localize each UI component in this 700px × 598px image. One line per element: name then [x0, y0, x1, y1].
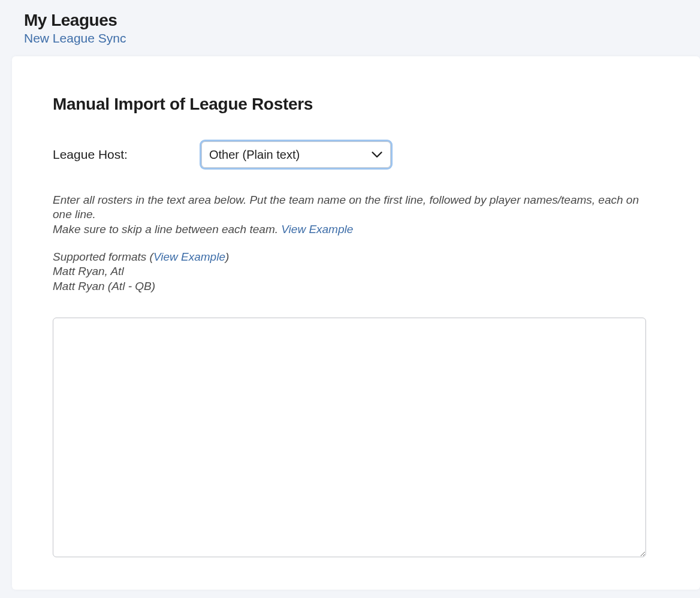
card-heading: Manual Import of League Rosters — [53, 95, 659, 114]
league-host-row: League Host: Other (Plain text) — [53, 141, 659, 168]
formats-prefix: Supported formats ( — [53, 250, 153, 263]
instructions-paragraph-1: Enter all rosters in the text area below… — [53, 193, 659, 237]
page-title: My Leagues — [24, 11, 700, 30]
import-card: Manual Import of League Rosters League H… — [12, 56, 700, 590]
instructions-line2-prefix: Make sure to skip a line between each te… — [53, 223, 281, 235]
page-header: My Leagues New League Sync — [0, 0, 700, 52]
formats-suffix: ) — [225, 250, 229, 263]
league-host-select-wrap: Other (Plain text) — [201, 141, 391, 168]
format-example-2: Matt Ryan (Atl - QB) — [53, 280, 155, 292]
instructions-block: Enter all rosters in the text area below… — [53, 193, 659, 294]
new-league-sync-link[interactable]: New League Sync — [24, 31, 126, 46]
instructions-line1: Enter all rosters in the text area below… — [53, 194, 639, 221]
view-example-link-1[interactable]: View Example — [281, 223, 353, 235]
format-example-1: Matt Ryan, Atl — [53, 265, 124, 277]
instructions-paragraph-2: Supported formats (View Example) Matt Ry… — [53, 250, 659, 294]
league-host-label: League Host: — [53, 147, 201, 162]
view-example-link-2[interactable]: View Example — [153, 250, 225, 263]
league-host-select[interactable]: Other (Plain text) — [201, 141, 391, 168]
roster-textarea[interactable] — [53, 318, 646, 557]
